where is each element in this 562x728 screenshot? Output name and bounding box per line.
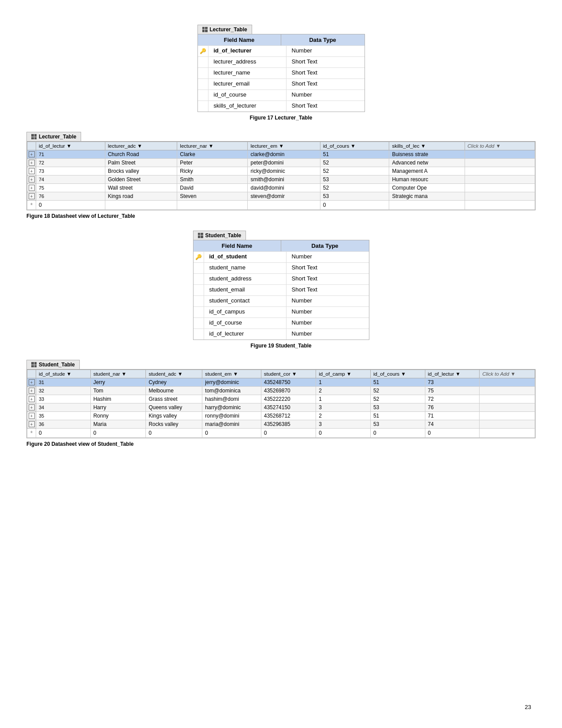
column-header-1[interactable]: student_nar ▼ (90, 370, 145, 378)
data-cell: 52 (370, 387, 425, 395)
data-cell (480, 420, 535, 429)
student-datasheet-tab[interactable]: Student_Table (26, 360, 80, 369)
lecturer-schema-tab[interactable]: Lecturer_Table (197, 25, 252, 34)
new-row-cell: 0 (320, 201, 389, 210)
data-cell (480, 403, 535, 412)
id-cell: 35 (36, 412, 91, 420)
data-cell: 72 (425, 395, 480, 403)
column-header-2[interactable]: student_adc ▼ (146, 370, 202, 378)
table-row[interactable]: +75Wall streetDaviddavid@domini52Compute… (27, 184, 535, 192)
row-expand-btn[interactable]: + (27, 159, 36, 167)
row-expand-btn[interactable]: + (27, 420, 36, 429)
data-cell (465, 167, 535, 175)
column-header-7[interactable]: id_of_lectur ▼ (425, 370, 480, 378)
key-cell (194, 329, 204, 340)
table-row[interactable]: +73Brocks valleyRickyricky@dominic52Mana… (27, 167, 535, 175)
new-row-cell (177, 201, 248, 210)
column-header-0[interactable]: id_of_lectur ▼ (36, 142, 105, 150)
data-cell: david@domini (248, 184, 320, 192)
data-cell (465, 192, 535, 201)
table-row[interactable]: +34HarryQueens valleyharry@dominic435274… (27, 403, 535, 412)
data-cell: Clarke (177, 150, 248, 159)
column-header-2[interactable]: lecturer_nar ▼ (177, 142, 248, 150)
student-schema-tab[interactable]: Student_Table (193, 231, 246, 240)
lecturer-datasheet: id_of_lectur ▼lecturer_adc ▼lecturer_nar… (26, 141, 536, 210)
column-header-3[interactable]: lecturer_em ▼ (248, 142, 320, 150)
schema-row: 🔑id_of_lecturerNumber (198, 45, 365, 56)
data-cell: tom@dominica (202, 387, 261, 395)
column-header-6[interactable]: id_of_cours ▼ (370, 370, 425, 378)
data-cell: 435222220 (261, 395, 316, 403)
data-cell: hashim@domi (202, 395, 261, 403)
id-cell: 36 (36, 420, 91, 429)
student-schema-col1: Field Name (194, 240, 281, 251)
key-cell (198, 101, 208, 112)
table-row[interactable]: +33HashimGrass streethashim@domi43522222… (27, 395, 535, 403)
id-cell: 76 (36, 192, 105, 201)
data-cell: Hashim (90, 395, 145, 403)
data-cell: 52 (320, 184, 389, 192)
table-row[interactable]: +74Golden StreetSmithsmith@domini53Human… (27, 175, 535, 184)
schema-row: lecturer_addressShort Text (198, 56, 365, 67)
data-cell: Grass street (146, 395, 202, 403)
table-row[interactable]: +31JerryCydneyjerry@dominic4352487501517… (27, 378, 535, 387)
table-row[interactable]: +72Palm StreetPeterpeter@domini52Advance… (27, 159, 535, 167)
data-cell: 52 (320, 159, 389, 167)
row-expand-btn[interactable]: + (27, 387, 36, 395)
data-cell: 76 (425, 403, 480, 412)
new-row-star: * (27, 201, 36, 210)
row-expand-btn[interactable]: + (27, 378, 36, 387)
data-cell (480, 412, 535, 420)
data-type-cell: Short Text (287, 101, 365, 112)
row-expand-btn[interactable]: + (27, 150, 36, 159)
data-type-cell: Number (287, 90, 365, 101)
key-cell (194, 285, 204, 295)
lecturer-datasheet-tab[interactable]: Lecturer_Table (26, 132, 81, 141)
id-cell: 32 (36, 387, 91, 395)
id-cell: 74 (36, 175, 105, 184)
schema-row: student_emailShort Text (194, 284, 369, 295)
schema-row: skills_of_lecturerShort Text (198, 101, 365, 112)
new-row[interactable]: *00000000 (27, 429, 535, 438)
new-row[interactable]: *00 (27, 201, 535, 210)
field-name-cell: lecturer_email (208, 79, 287, 90)
data-cell (465, 159, 535, 167)
row-expand-btn[interactable]: + (27, 412, 36, 420)
table-row[interactable]: +71Church RoadClarkeclarke@domin51Buisne… (27, 150, 535, 159)
column-header-3[interactable]: student_em ▼ (202, 370, 261, 378)
column-header-5[interactable]: skills_of_lec ▼ (389, 142, 465, 150)
key-cell: 🔑 (198, 46, 208, 56)
field-name-cell: id_of_lecturer (204, 329, 287, 340)
new-row-cell (480, 429, 535, 438)
row-expand-btn[interactable]: + (27, 403, 36, 412)
data-cell: 52 (320, 167, 389, 175)
column-header-6[interactable]: Click to Add ▼ (465, 142, 535, 150)
data-cell: Steven (177, 192, 248, 201)
data-cell: Church Road (105, 150, 177, 159)
id-cell: 34 (36, 403, 91, 412)
data-cell: Management A (389, 167, 465, 175)
schema-row: 🔑id_of_studentNumber (194, 251, 369, 262)
column-header-1[interactable]: lecturer_adc ▼ (105, 142, 177, 150)
data-cell: Strategic mana (389, 192, 465, 201)
schema-col1: Field Name (198, 34, 281, 45)
data-cell: 3 (316, 403, 371, 412)
column-header-8[interactable]: Click to Add ▼ (480, 370, 535, 378)
column-header-0[interactable]: id_of_stude ▼ (36, 370, 91, 378)
row-expand-btn[interactable]: + (27, 184, 36, 192)
new-row-cell: 0 (316, 429, 371, 438)
row-expand-btn[interactable]: + (27, 395, 36, 403)
table-icon-4 (31, 362, 37, 367)
column-header-4[interactable]: student_cor ▼ (261, 370, 316, 378)
row-expand-btn[interactable]: + (27, 192, 36, 201)
schema-row: id_of_lecturerNumber (194, 329, 369, 340)
table-row[interactable]: +36MariaRocks valleymaria@domini43529638… (27, 420, 535, 429)
table-row[interactable]: +35RonnyKings valleyronny@domini43526871… (27, 412, 535, 420)
table-row[interactable]: +76Kings roadStevensteven@domir53Strateg… (27, 192, 535, 201)
column-header-4[interactable]: id_of_cours ▼ (320, 142, 389, 150)
column-header-5[interactable]: id_of_camp ▼ (316, 370, 371, 378)
row-expand-btn[interactable]: + (27, 175, 36, 184)
table-row[interactable]: +32TomMelbournetom@dominica4352698702527… (27, 387, 535, 395)
row-expand-btn[interactable]: + (27, 167, 36, 175)
schema-row: id_of_campusNumber (194, 306, 369, 317)
